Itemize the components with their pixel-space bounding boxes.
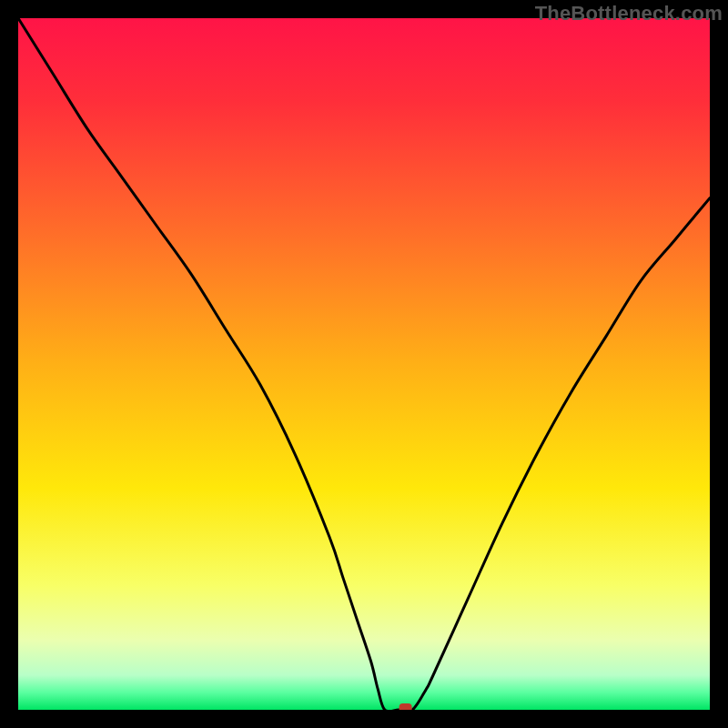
bottleneck-chart xyxy=(18,18,710,710)
gradient-background xyxy=(18,18,710,710)
optimal-point-marker xyxy=(399,703,412,710)
chart-frame: TheBottleneck.com xyxy=(0,0,728,728)
attribution-label: TheBottleneck.com xyxy=(535,2,723,25)
plot-area xyxy=(18,18,710,710)
